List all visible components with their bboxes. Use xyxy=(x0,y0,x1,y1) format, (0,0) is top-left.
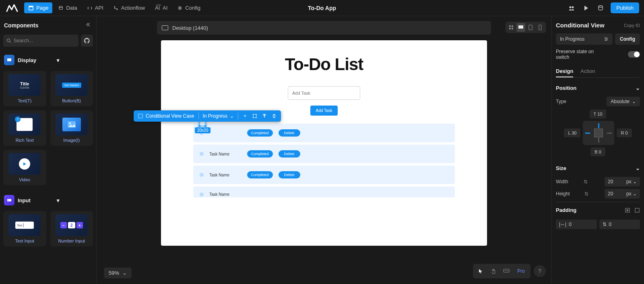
nav-page[interactable]: Page xyxy=(24,2,52,13)
display-section-header[interactable]: Display ▾ xyxy=(3,52,93,68)
chevron-down-icon: ⌄ xyxy=(632,99,636,104)
state-select[interactable]: In Progress xyxy=(556,33,613,45)
textinput-preview-label: Text xyxy=(17,224,22,227)
svg-rect-18 xyxy=(512,28,513,29)
task-completed-button[interactable]: Completed xyxy=(247,129,273,137)
task-completed-button[interactable]: Completed xyxy=(247,171,273,178)
link-dimensions-icon[interactable] xyxy=(583,179,590,184)
position-anchor-widget[interactable] xyxy=(583,121,614,145)
desktop-icon xyxy=(162,25,168,30)
width-label: Width xyxy=(556,179,568,184)
github-button[interactable] xyxy=(81,35,93,47)
component-textinput[interactable]: Text Text Input xyxy=(3,211,46,247)
task-row[interactable]: Task Name xyxy=(193,187,455,197)
height-input[interactable]: 20 px ⌄ xyxy=(605,189,640,199)
position-bottom-input[interactable]: B 0 xyxy=(590,147,605,156)
view-mobile-icon[interactable] xyxy=(536,23,545,32)
hand-tool-icon[interactable] xyxy=(487,265,500,277)
app-title: To-Do App xyxy=(308,5,336,11)
position-left-input[interactable]: L 30 xyxy=(564,129,580,137)
position-right-input[interactable]: R 0 xyxy=(617,129,632,137)
selection-label: Conditional View Case xyxy=(146,113,194,119)
view-desktop-icon[interactable] xyxy=(516,23,525,32)
padding-section-header[interactable]: Padding xyxy=(556,202,640,216)
component-richtext[interactable]: T Rich Text xyxy=(3,110,46,146)
padding-all-icon[interactable] xyxy=(634,207,640,213)
pro-label[interactable]: Pro xyxy=(513,268,529,274)
add-icon[interactable]: + xyxy=(242,113,248,119)
component-numberinput[interactable]: −2+ Number Input xyxy=(50,211,93,247)
padding-section-label: Padding xyxy=(556,207,576,213)
share-icon[interactable] xyxy=(567,4,576,12)
addtask-input[interactable] xyxy=(288,86,360,100)
nav-actionflow[interactable]: Actionflow xyxy=(109,2,149,13)
task-delete-button[interactable]: Delete xyxy=(279,129,300,137)
height-label: Height xyxy=(556,191,570,197)
zoom-control[interactable]: 59% ⌄ xyxy=(104,267,132,278)
input-section-header[interactable]: Input ▾ xyxy=(3,192,93,209)
task-row[interactable]: Task Name Completed Delete xyxy=(193,145,455,163)
nav-ai[interactable]: A͞I AI xyxy=(151,2,171,13)
svg-rect-19 xyxy=(518,25,523,29)
task-status-dot xyxy=(200,173,204,177)
tab-design[interactable]: Design xyxy=(556,66,573,77)
view-grid-icon[interactable] xyxy=(507,23,516,32)
size-section-header[interactable]: Size ⌄ xyxy=(556,162,640,174)
task-row[interactable]: Completed Delete xyxy=(193,124,455,142)
copy-id-button[interactable]: Copy ID xyxy=(624,23,640,28)
nav-data[interactable]: Data xyxy=(54,2,81,13)
view-tablet-icon[interactable] xyxy=(526,23,535,32)
collapse-left-icon[interactable] xyxy=(85,22,92,29)
play-icon[interactable] xyxy=(582,4,590,12)
link-dimensions-icon[interactable] xyxy=(584,191,590,196)
width-input[interactable]: 20 px ⌄ xyxy=(605,177,640,187)
svg-point-7 xyxy=(572,6,574,8)
task-status-dot xyxy=(200,152,204,156)
addtask-button[interactable]: Add Task xyxy=(310,106,338,116)
nav-data-label: Data xyxy=(66,5,77,11)
publish-button[interactable]: Publish xyxy=(611,2,639,13)
padding-vertical-input[interactable]: ⇅ 0 xyxy=(599,220,640,229)
component-image[interactable]: Image(I) xyxy=(50,110,93,146)
image-icon xyxy=(62,118,81,131)
task-delete-button[interactable]: Delete xyxy=(279,171,300,178)
config-button[interactable]: Config xyxy=(615,33,640,45)
position-section-header[interactable]: Position ⌄ xyxy=(556,82,640,94)
component-textinput-label: Text Input xyxy=(15,238,34,243)
preserve-toggle[interactable] xyxy=(628,51,640,58)
nav-api-label: API xyxy=(95,5,103,11)
align-top-icon[interactable] xyxy=(262,113,267,119)
trash-icon[interactable] xyxy=(271,113,277,119)
api-icon xyxy=(87,5,93,11)
comment-tool-icon[interactable] xyxy=(500,265,512,277)
device-bar[interactable]: Desktop (1440) xyxy=(157,21,491,35)
task-delete-button[interactable]: Delete xyxy=(279,150,300,158)
selection-toolbar[interactable]: Conditional View Case In Progress ⌄ + xyxy=(134,110,281,122)
cursor-tool-icon[interactable] xyxy=(475,265,487,277)
ai-icon: A͞I xyxy=(155,5,160,11)
task-row[interactable]: Task Name Completed Delete xyxy=(193,166,455,184)
component-video[interactable]: Video xyxy=(3,150,46,185)
padding-horizontal-input[interactable]: |↔| 0 xyxy=(556,220,597,229)
svg-rect-25 xyxy=(204,120,206,121)
nav-api[interactable]: API xyxy=(83,2,107,13)
chevron-down-icon: ⌄ xyxy=(636,85,640,91)
deploy-icon[interactable] xyxy=(596,4,605,12)
tab-action[interactable]: Action xyxy=(580,66,595,77)
title-preview-main: Title xyxy=(20,81,29,86)
canvas-frame[interactable]: To-Do List Add Task Completed Delete Tas… xyxy=(161,40,487,246)
task-completed-button[interactable]: Completed xyxy=(247,150,273,158)
padding-individual-icon[interactable] xyxy=(625,207,630,213)
nav-config[interactable]: Config xyxy=(173,2,204,13)
svg-point-9 xyxy=(7,39,10,42)
search-input[interactable]: Search... xyxy=(3,35,78,47)
app-logo[interactable] xyxy=(5,3,19,13)
component-text[interactable]: TitleSubtitle Text(T) xyxy=(3,71,46,106)
position-type-select[interactable]: Absolute ⌄ xyxy=(607,97,640,106)
expand-icon[interactable] xyxy=(252,113,258,119)
svg-rect-26 xyxy=(199,125,200,127)
position-top-input[interactable]: T 10 xyxy=(590,110,607,118)
component-button[interactable]: Get Started Button(B) xyxy=(50,71,93,106)
help-button[interactable]: ? xyxy=(534,265,546,277)
svg-point-30 xyxy=(506,270,507,271)
